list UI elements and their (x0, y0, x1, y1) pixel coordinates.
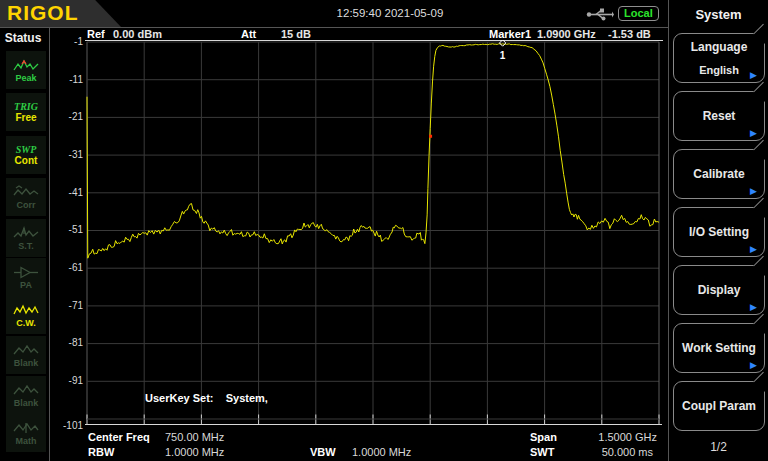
att-value: 15 dB (281, 28, 311, 40)
spectrum-plot: 1 (85, 40, 663, 430)
submenu-arrow-icon: ▶ (750, 244, 757, 254)
status-item-corr: Corr (6, 178, 46, 216)
status-item-label: Cont (15, 155, 38, 166)
cw-trace-icon (13, 303, 39, 318)
y-tick-label: -31 (50, 149, 83, 160)
submenu-arrow-icon: ▶ (750, 302, 757, 312)
usb-icon (586, 8, 614, 21)
att-label: Att (241, 28, 256, 40)
ref-label: Ref (87, 28, 105, 40)
center-freq-value: 750.00 MHz (165, 431, 224, 443)
trig-text-icon: TRIG (14, 101, 38, 112)
status-item-sweep: SWP Cont (6, 136, 46, 174)
y-tick-label: -11 (50, 74, 83, 85)
status-item-label: S.T. (18, 241, 34, 251)
status-item-blank2: Blank (6, 376, 46, 414)
menu-button-label: Work Setting (682, 341, 756, 355)
marker-number: 1 (500, 50, 506, 61)
spectrum-analyzer-screen: RIGOL 12:59:40 2021-05-09 Local Status P… (0, 0, 768, 461)
y-tick-label: -101 (50, 420, 83, 431)
rbw-label: RBW (88, 446, 114, 458)
corr-trace-icon (13, 185, 39, 200)
status-item-label: Blank (14, 358, 39, 368)
menu-button-reset[interactable]: Reset ▶ (673, 91, 765, 141)
blank-trace-icon (13, 383, 39, 398)
menu-button-display[interactable]: Display ▶ (673, 265, 765, 315)
menu-button-label: Language (691, 40, 748, 54)
ref-value: 0.00 dBm (113, 28, 162, 40)
status-item-label: Math (16, 436, 37, 446)
menu-button-coupl-param[interactable]: Coupl Param (673, 381, 765, 431)
submenu-arrow-icon: ▶ (750, 128, 757, 138)
y-tick-label: -21 (50, 111, 83, 122)
status-item-trigger: TRIG Free (6, 93, 46, 131)
menu-button-language[interactable]: Language English ▶ (673, 33, 765, 83)
menu-button-work-setting[interactable]: Work Setting ▶ (673, 323, 765, 373)
peak-trace-icon (13, 58, 39, 73)
y-tick-label: -41 (50, 187, 83, 198)
vbw-label: VBW (310, 446, 336, 458)
left-sidebar-divider (49, 28, 50, 461)
submenu-arrow-icon: ▶ (750, 360, 757, 370)
status-item-label: Free (15, 112, 36, 123)
status-item-cw: C.W. (6, 296, 46, 334)
menu-button-sublabel: English (699, 64, 739, 77)
menu-page-indicator: 1/2 (669, 440, 768, 454)
submenu-arrow-icon: ▶ (750, 70, 757, 80)
status-item-math: Math (6, 414, 46, 452)
status-item-peak: Peak (6, 51, 46, 89)
swt-label: SWT (530, 446, 554, 458)
marker-amplitude: -1.53 dB (608, 28, 651, 40)
span-label: Span (530, 431, 557, 443)
swp-text-icon: SWP (16, 144, 37, 155)
status-item-st: S.T. (6, 219, 46, 257)
y-tick-label: -81 (50, 337, 83, 348)
y-tick-label: -91 (50, 375, 83, 386)
menu-button-calibrate[interactable]: Calibrate ▶ (673, 149, 765, 199)
menu-title: System (669, 7, 768, 22)
menu-button-label: I/O Setting (689, 225, 749, 239)
y-tick-label: -61 (50, 262, 83, 273)
marker-label: Marker1 (489, 28, 531, 40)
y-tick-label: -1 (50, 36, 83, 47)
brand-logo: RIGOL (7, 1, 79, 25)
pa-amplifier-icon (13, 265, 39, 280)
status-item-pa: PA (6, 258, 46, 296)
status-panel-title: Status (0, 31, 46, 45)
st-trace-icon (13, 226, 39, 241)
submenu-arrow-icon: ▶ (750, 186, 757, 196)
center-freq-label: Center Freq (88, 431, 150, 443)
right-menu-divider (668, 0, 669, 461)
status-item-label: Peak (15, 73, 36, 83)
menu-button-label: Calibrate (693, 167, 744, 181)
rbw-value: 1.0000 MHz (165, 446, 224, 458)
peak-indicator-dot (429, 135, 432, 138)
y-tick-label: -51 (50, 224, 83, 235)
status-item-label: C.W. (16, 318, 36, 328)
menu-button-label: Display (698, 283, 741, 297)
userkey-message: UserKey Set: System, (145, 392, 268, 404)
blank-trace-icon (13, 343, 39, 358)
local-mode-badge: Local (618, 6, 659, 21)
menu-button-label: Reset (703, 109, 736, 123)
math-trace-icon (13, 421, 39, 436)
status-item-label: Blank (14, 398, 39, 408)
menu-button-io-setting[interactable]: I/O Setting ▶ (673, 207, 765, 257)
y-tick-label: -71 (50, 300, 83, 311)
span-value: 1.5000 GHz (585, 431, 657, 443)
status-item-label: PA (20, 280, 32, 290)
status-item-blank1: Blank (6, 336, 46, 374)
swt-value: 50.000 ms (585, 446, 653, 458)
menu-button-label: Coupl Param (682, 399, 756, 413)
datetime-display: 12:59:40 2021-05-09 (290, 7, 490, 19)
marker-frequency: 1.0900 GHz (537, 28, 596, 40)
vbw-value: 1.0000 MHz (352, 446, 411, 458)
status-item-label: Corr (16, 200, 35, 210)
